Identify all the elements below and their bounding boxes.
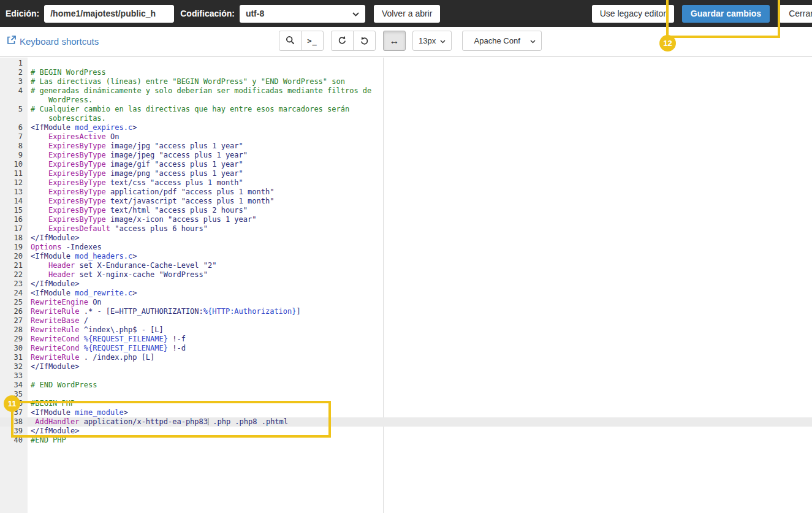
code-row[interactable]: 8 ExpiresByType image/jpg "access plus 1… [0, 142, 812, 151]
line-number: 17 [0, 224, 23, 234]
line-number [0, 114, 23, 123]
code-row[interactable]: 20<IfModule mod_headers.c> [0, 252, 812, 261]
line-number: 33 [0, 371, 23, 381]
code-line-text: <IfModule mod_rewrite.c> [23, 289, 137, 298]
code-row[interactable]: 26RewriteRule .* - [E=HTTP_AUTHORIZATION… [0, 307, 812, 316]
code-row[interactable]: 10 ExpiresByType image/gif "access plus … [0, 160, 812, 169]
code-row[interactable]: 37<IfModule mime_module> [0, 408, 812, 417]
code-row[interactable]: 11 ExpiresByType image/png "access plus … [0, 169, 812, 178]
legacy-editor-button[interactable]: Use legacy editor [592, 5, 674, 23]
code-row[interactable]: 35 [0, 390, 812, 399]
code-rows[interactable]: 12# BEGIN WordPress3# Las directivas (lí… [0, 59, 812, 445]
code-row[interactable]: 34# END WordPress [0, 381, 812, 390]
code-row[interactable]: 3# Las directivas (líneas) entre "BEGIN … [0, 77, 812, 86]
file-path-input[interactable] [44, 5, 174, 23]
code-row[interactable]: 7 ExpiresActive On [0, 132, 812, 142]
code-line-text: ExpiresByType image/jpeg "access plus 1 … [23, 151, 248, 160]
code-row[interactable]: WordPress. [0, 96, 812, 105]
line-number: 26 [0, 307, 23, 316]
close-button[interactable]: Cerrar [779, 5, 812, 23]
code-row[interactable]: 12 ExpiresByType text/css "access plus 1… [0, 178, 812, 188]
code-line-text: ExpiresByType application/pdf "access pl… [23, 188, 274, 197]
search-button[interactable] [279, 31, 302, 51]
line-number: 39 [0, 427, 23, 436]
code-line-text: RewriteRule ^index\.php$ - [L] [23, 325, 164, 335]
code-row[interactable]: 13 ExpiresByType application/pdf "access… [0, 188, 812, 197]
encoding-select[interactable]: utf-8 [240, 5, 365, 23]
redo-button[interactable] [353, 31, 376, 51]
line-number: 5 [0, 105, 23, 114]
code-row[interactable]: 33 [0, 371, 812, 381]
code-row[interactable]: 15 ExpiresByType text/html "access plus … [0, 206, 812, 215]
line-number: 28 [0, 325, 23, 335]
code-row[interactable]: 2# BEGIN WordPress [0, 68, 812, 77]
code-line-text: sobrescritas. [23, 114, 106, 123]
code-line-text: WordPress. [23, 96, 93, 105]
code-line-text: ExpiresByType text/css "access plus 1 mo… [23, 178, 243, 188]
code-line-text: </IfModule> [23, 279, 79, 289]
code-line-text: ExpiresByType image/png "access plus 1 y… [23, 169, 243, 178]
wrap-toggle-group: ↔ [383, 31, 406, 51]
line-number: 21 [0, 261, 23, 270]
line-number: 24 [0, 289, 23, 298]
code-row[interactable]: 18</IfModule> [0, 234, 812, 243]
code-row[interactable]: 32</IfModule> [0, 362, 812, 371]
editor-toolbar: Keyboard shortcuts >_ [0, 27, 812, 57]
code-row[interactable]: 25RewriteEngine On [0, 298, 812, 307]
code-row[interactable]: 40#END PHP [0, 436, 812, 445]
code-row[interactable]: 19Options -Indexes [0, 243, 812, 252]
code-row[interactable]: 23</IfModule> [0, 279, 812, 289]
line-number: 40 [0, 436, 23, 445]
line-number: 2 [0, 68, 23, 77]
code-row[interactable]: 9 ExpiresByType image/jpeg "access plus … [0, 151, 812, 160]
code-row[interactable]: 24<IfModule mod_rewrite.c> [0, 289, 812, 298]
code-row[interactable]: 29RewriteCond %{REQUEST_FILENAME} !-f [0, 335, 812, 344]
code-line-text: RewriteRule . /index.php [L] [23, 353, 154, 362]
code-row[interactable]: 27RewriteBase / [0, 316, 812, 325]
code-line-text: ExpiresByType image/jpg "access plus 1 y… [23, 142, 243, 151]
keyboard-shortcuts-link[interactable]: Keyboard shortcuts [7, 36, 99, 47]
font-size-value: 13px [419, 36, 436, 45]
terminal-icon: >_ [307, 37, 317, 45]
line-number: 35 [0, 390, 23, 399]
font-size-select[interactable]: 13px [412, 31, 452, 51]
code-row[interactable]: 39</IfModule> [0, 427, 812, 436]
code-line-text: ExpiresDefault "access plus 6 hours" [23, 224, 208, 234]
code-line-text: <IfModule mod_expires.c> [23, 123, 137, 132]
code-row[interactable]: 14 ExpiresByType text/javascript "access… [0, 197, 812, 206]
code-line-text: ExpiresByType text/html "access plus 2 h… [23, 206, 248, 215]
code-row[interactable]: 17 ExpiresDefault "access plus 6 hours" [0, 224, 812, 234]
terminal-button[interactable]: >_ [301, 31, 324, 51]
code-row[interactable]: 28RewriteRule ^index\.php$ - [L] [0, 325, 812, 335]
code-editor[interactable]: 12# BEGIN WordPress3# Las directivas (lí… [0, 58, 812, 513]
code-row[interactable]: 6<IfModule mod_expires.c> [0, 123, 812, 132]
code-line-text: ExpiresByType image/x-icon "access plus … [23, 215, 256, 224]
code-row[interactable]: 1 [0, 59, 812, 68]
code-row[interactable]: 36#BEGIN PHP [0, 399, 812, 408]
line-number: 30 [0, 344, 23, 353]
code-row[interactable]: 30RewriteCond %{REQUEST_FILENAME} !-d [0, 344, 812, 353]
line-number: 32 [0, 362, 23, 371]
code-line-text: # generadas dinámicamente y solo debería… [23, 86, 371, 96]
code-row[interactable]: 22 Header set X-nginx-cache "WordPress" [0, 270, 812, 279]
search-icon [286, 36, 295, 47]
code-row[interactable]: 21 Header set X-Endurance-Cache-Level "2… [0, 261, 812, 270]
word-wrap-toggle[interactable]: ↔ [383, 31, 406, 51]
save-changes-button[interactable]: Guardar cambios [682, 5, 770, 23]
code-row[interactable]: 4# generadas dinámicamente y solo deberí… [0, 86, 812, 96]
line-number: 27 [0, 316, 23, 325]
line-number: 25 [0, 298, 23, 307]
syntax-mode-select[interactable]: Apache Conf [462, 31, 542, 51]
code-row[interactable]: 16 ExpiresByType image/x-icon "access pl… [0, 215, 812, 224]
code-row[interactable]: sobrescritas. [0, 114, 812, 123]
redo-icon [360, 36, 369, 45]
line-number: 16 [0, 215, 23, 224]
undo-button[interactable] [331, 31, 354, 51]
code-row-active[interactable]: 38 AddHandler application/x-httpd-ea-php… [0, 417, 812, 427]
line-number: 13 [0, 188, 23, 197]
toolbar-buttons: >_ [279, 31, 542, 51]
code-row[interactable]: 5# Cualquier cambio en las directivas qu… [0, 105, 812, 114]
reopen-button[interactable]: Volver a abrir [374, 5, 440, 23]
line-number: 9 [0, 151, 23, 160]
code-row[interactable]: 31RewriteRule . /index.php [L] [0, 353, 812, 362]
